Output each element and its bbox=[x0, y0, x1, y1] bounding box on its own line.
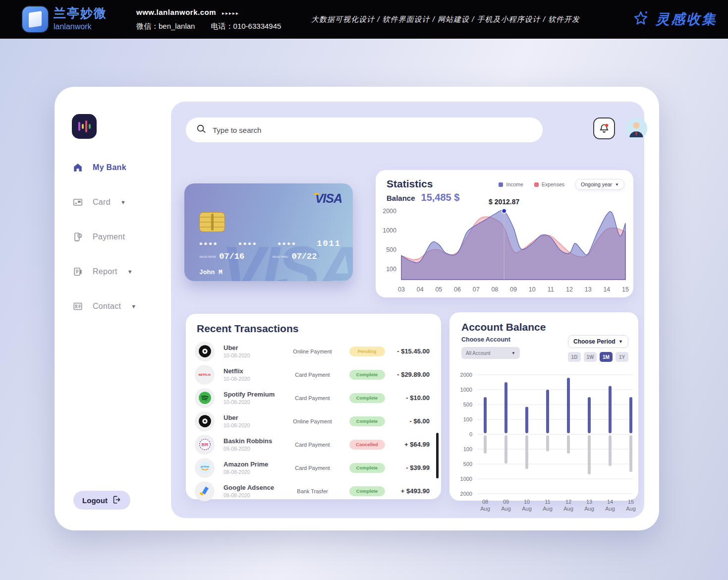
transaction-row[interactable]: Spotify Premium10-08-2020Card PaymentCom… bbox=[195, 386, 432, 409]
period-button-1y[interactable]: 1Y bbox=[616, 352, 628, 362]
svg-text:04: 04 bbox=[417, 286, 424, 293]
merchant-name: Amazon Prime bbox=[224, 461, 284, 468]
masked-digits: ✱✱✱✱ bbox=[238, 240, 258, 247]
account-select-dropdown[interactable]: All Account ▼ bbox=[461, 347, 520, 359]
valid-thru-label: VALID THRU bbox=[272, 255, 288, 258]
dashboard-card: My BankCard▼$PaymentReport▼Contact▼ Logo… bbox=[55, 87, 659, 530]
transaction-date: 08-08-2020 bbox=[224, 492, 284, 498]
sidebar-item-payment[interactable]: $Payment bbox=[72, 230, 166, 244]
transaction-row[interactable]: Google Adsence08-08-2020Bank TrasferComp… bbox=[195, 479, 432, 503]
merchant-name: Netflix bbox=[224, 367, 284, 375]
svg-text:10: 10 bbox=[529, 286, 536, 293]
svg-text:Aug: Aug bbox=[584, 506, 594, 512]
svg-text:10: 10 bbox=[524, 499, 530, 505]
legend-swatch bbox=[534, 182, 539, 187]
transactions-list: Uber10-08-2020Online PaymentPending- $15… bbox=[195, 340, 432, 503]
lanlanwork-logo bbox=[22, 6, 48, 32]
spotify-icon bbox=[198, 391, 212, 405]
transaction-row[interactable]: Uber10-08-2020Online PaymentComplete- $6… bbox=[195, 409, 432, 433]
svg-text:07: 07 bbox=[473, 286, 480, 293]
svg-text:09: 09 bbox=[503, 499, 509, 505]
svg-text:08: 08 bbox=[491, 286, 498, 293]
chevron-down-icon: ▼ bbox=[127, 269, 133, 275]
svg-text:0: 0 bbox=[469, 431, 472, 437]
valid-thru-value: 07/22 bbox=[291, 252, 317, 261]
valid-from-label: VALID FROM bbox=[199, 255, 216, 258]
svg-text:15: 15 bbox=[628, 499, 634, 505]
status-badge: Complete bbox=[349, 486, 385, 496]
sidebar-item-contact[interactable]: Contact▼ bbox=[72, 299, 166, 314]
svg-text:$: $ bbox=[79, 233, 81, 238]
recent-transactions-panel: Recent Transactions Uber10-08-2020Online… bbox=[186, 314, 441, 499]
choose-account-label: Choose Account bbox=[461, 336, 510, 343]
transaction-amount: + $493.90 bbox=[393, 487, 432, 495]
account-balance-panel: Account Balance Choose Account All Accou… bbox=[449, 312, 638, 501]
transaction-date: 10-08-2020 bbox=[224, 399, 284, 405]
card-number: ✱✱✱✱ ✱✱✱✱ ✱✱✱✱ 1011 bbox=[199, 239, 341, 248]
sidebar-item-label: Card bbox=[93, 198, 111, 207]
notifications-button[interactable] bbox=[593, 117, 615, 139]
book-icon bbox=[29, 11, 42, 28]
contact-icon bbox=[72, 300, 84, 312]
svg-text:500: 500 bbox=[463, 402, 472, 407]
card-chip-icon bbox=[199, 212, 225, 232]
transaction-row[interactable]: BRBaskin Robbins09-08-2020Card PaymentCa… bbox=[195, 433, 432, 456]
payment-method: Card Payment bbox=[284, 442, 341, 448]
svg-text:03: 03 bbox=[398, 286, 405, 293]
merchant-logo: NETFLIX bbox=[195, 365, 215, 385]
svg-text:Aug: Aug bbox=[501, 506, 511, 512]
card-icon bbox=[72, 196, 84, 208]
transaction-row[interactable]: primeAmazon Prime08-08-2020Card PaymentC… bbox=[195, 456, 432, 479]
equalizer-bar bbox=[82, 124, 84, 129]
user-avatar[interactable] bbox=[625, 117, 647, 139]
chevron-down-icon: ▼ bbox=[131, 303, 136, 309]
account-select-value: All Account bbox=[466, 350, 490, 356]
svg-text:1000: 1000 bbox=[383, 227, 396, 234]
sidebar-item-my-bank[interactable]: My Bank bbox=[72, 160, 166, 175]
chevron-down-icon: ▼ bbox=[511, 351, 515, 355]
choose-period-dropdown[interactable]: Choose Period ▼ bbox=[568, 335, 628, 348]
transaction-row[interactable]: NETFLIXNetflix10-08-2020Card PaymentComp… bbox=[195, 363, 432, 386]
svg-text:12: 12 bbox=[565, 499, 571, 505]
netflix-icon: NETFLIX bbox=[199, 373, 211, 376]
status-badge: Complete bbox=[349, 416, 385, 426]
transaction-amount: + $64.99 bbox=[393, 441, 432, 448]
logout-button[interactable]: Logout bbox=[73, 491, 130, 510]
svg-text:BR: BR bbox=[201, 442, 208, 447]
bell-icon bbox=[598, 122, 610, 134]
search-bar[interactable] bbox=[186, 117, 543, 142]
merchant-logo bbox=[195, 342, 215, 361]
scrollbar[interactable] bbox=[436, 433, 439, 478]
website-url: www.lanlanwork.com bbox=[136, 8, 216, 16]
brand-name-en: lanlanwork bbox=[54, 22, 107, 31]
merchant-name: Spotify Premium bbox=[224, 391, 284, 398]
spark-star-icon bbox=[631, 8, 651, 30]
transaction-amount: - $15.45.00 bbox=[393, 348, 432, 355]
sidebar-item-label: Contact bbox=[93, 302, 121, 311]
status-badge: Complete bbox=[349, 393, 385, 403]
sidebar-item-card[interactable]: Card▼ bbox=[72, 195, 166, 210]
merchant-name: Uber bbox=[224, 344, 284, 351]
chart-legend: IncomeExpenses Ongoing year ▼ bbox=[499, 179, 624, 190]
services-list: 大数据可视化设计 / 软件界面设计 / 网站建设 / 手机及小程序设计 / 软件… bbox=[311, 0, 580, 39]
svg-text:100: 100 bbox=[463, 416, 472, 422]
google-adsense-icon bbox=[198, 485, 211, 498]
search-input[interactable] bbox=[213, 126, 533, 134]
visa-bank-card[interactable]: VISA VISA ✱✱✱✱ ✱✱✱✱ ✱✱✱✱ 1011 VALID FROM… bbox=[184, 183, 353, 281]
transaction-row[interactable]: Uber10-08-2020Online PaymentPending- $15… bbox=[195, 340, 432, 363]
svg-text:09: 09 bbox=[510, 286, 517, 293]
wechat-contact: 微信：ben_lanlan bbox=[136, 22, 195, 30]
ongoing-year-dropdown[interactable]: Ongoing year ▼ bbox=[575, 179, 624, 190]
statistics-panel: Statistics Balance 15,485 $ IncomeExpens… bbox=[376, 170, 633, 297]
period-button-1w[interactable]: 1W bbox=[584, 352, 597, 362]
svg-text:08: 08 bbox=[482, 499, 488, 505]
top-banner: 兰亭妙微 lanlanwork www.lanlanwork.com▸▸▸▸▸ … bbox=[0, 0, 728, 39]
svg-text:500: 500 bbox=[463, 461, 472, 467]
period-button-1m[interactable]: 1M bbox=[600, 352, 613, 362]
account-balance-title: Account Balance bbox=[461, 321, 546, 333]
merchant-name: Uber bbox=[224, 414, 284, 421]
sidebar-item-report[interactable]: Report▼ bbox=[72, 264, 166, 279]
svg-text:11: 11 bbox=[545, 499, 550, 505]
logout-icon bbox=[112, 495, 121, 506]
period-button-1d[interactable]: 1D bbox=[568, 352, 581, 362]
